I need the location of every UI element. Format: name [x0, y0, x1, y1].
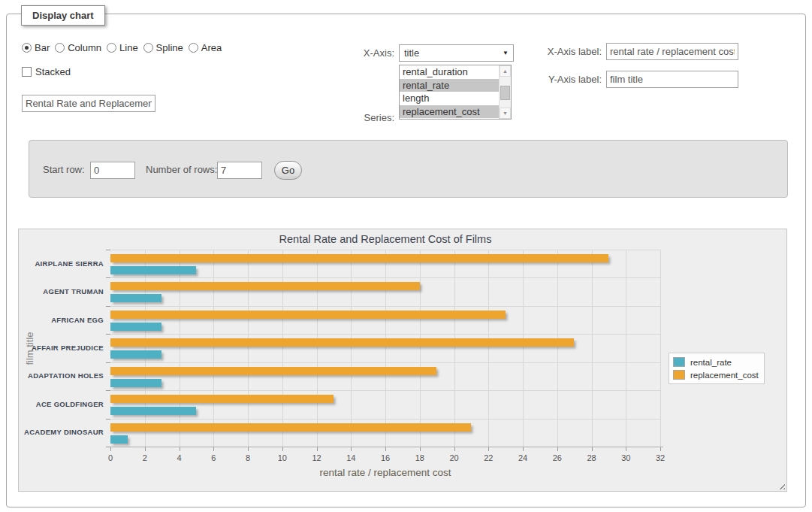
gridline-vertical — [248, 250, 249, 447]
x-tick-label: 2 — [130, 453, 160, 462]
x-axis-tick — [523, 447, 524, 451]
y-axis-tick — [106, 250, 110, 250]
radio-line[interactable]: Line — [107, 42, 138, 53]
y-axis-tick — [106, 390, 110, 391]
gridline-horizontal — [110, 362, 660, 363]
series-options: rental_durationrental_ratelengthreplacem… — [400, 65, 499, 119]
series-scrollbar[interactable]: ▲ ▼ — [499, 65, 511, 119]
x-tick-label: 24 — [508, 453, 538, 462]
x-axis-select[interactable]: title ▼ — [399, 44, 514, 62]
x-axis-tick — [660, 447, 661, 451]
x-tick-label: 10 — [267, 453, 297, 462]
series-select-label: Series: — [337, 112, 394, 123]
start-row-input[interactable] — [90, 162, 135, 179]
x-axis-selected-value: title — [404, 47, 503, 59]
scrollbar-track[interactable] — [500, 77, 511, 108]
x-tick-label: 8 — [233, 453, 263, 462]
chevron-down-icon: ▼ — [503, 50, 509, 56]
gridline-vertical — [420, 250, 421, 447]
y-axis-label-input[interactable] — [606, 71, 738, 88]
radio-icon[interactable] — [55, 43, 65, 53]
legend-label: replacement_cost — [690, 371, 759, 380]
radio-label: Bar — [35, 42, 50, 53]
y-axis-tick — [106, 362, 110, 363]
legend-swatch — [673, 357, 685, 367]
scrollbar-down-icon[interactable]: ▼ — [500, 108, 511, 119]
x-tick-label: 28 — [577, 453, 607, 462]
go-button[interactable]: Go — [274, 161, 302, 180]
radio-icon[interactable] — [107, 43, 116, 53]
gridline-horizontal — [110, 334, 660, 335]
x-axis-tick — [557, 447, 558, 451]
scrollbar-up-icon[interactable]: ▲ — [500, 65, 511, 77]
x-tick-label: 12 — [302, 453, 332, 462]
stacked-checkbox-row[interactable]: Stacked — [22, 66, 71, 77]
x-axis-tick — [592, 447, 593, 451]
gridline-vertical — [145, 250, 146, 447]
gridline-horizontal — [110, 250, 660, 250]
bar-replacement_cost — [110, 254, 608, 262]
radio-column[interactable]: Column — [55, 42, 101, 53]
radio-bar[interactable]: Bar — [22, 42, 50, 53]
stacked-checkbox[interactable] — [22, 67, 32, 77]
x-tick-label: 6 — [198, 453, 228, 462]
bar-rental_rate — [110, 350, 161, 359]
row-controls-panel: Start row: Number of rows: Go — [29, 140, 788, 198]
resize-handle-icon[interactable] — [777, 481, 785, 489]
x-axis-tick — [420, 447, 421, 451]
gridline-horizontal — [110, 306, 660, 307]
radio-icon[interactable] — [143, 43, 153, 53]
scrollbar-thumb[interactable] — [500, 86, 510, 99]
x-axis-label-input[interactable] — [606, 43, 738, 60]
chart-title: Rental Rate and Replacement Cost of Film… — [110, 233, 660, 245]
x-axis-tick — [454, 447, 455, 451]
bar-replacement_cost — [110, 423, 471, 432]
gridline-vertical — [592, 250, 593, 447]
radio-label: Line — [119, 42, 138, 53]
radio-spline[interactable]: Spline — [143, 42, 183, 53]
gridline-vertical — [282, 250, 283, 447]
x-axis-tick — [317, 447, 318, 451]
gridline-vertical — [557, 250, 558, 447]
x-axis-tick — [110, 447, 111, 451]
x-axis-tick — [385, 447, 386, 451]
gridline-horizontal — [110, 390, 660, 391]
x-axis-tick — [282, 447, 283, 451]
gridline-horizontal — [110, 419, 660, 420]
x-axis-tick — [626, 447, 626, 451]
series-option-rental_rate[interactable]: rental_rate — [400, 79, 499, 92]
radio-icon[interactable] — [189, 43, 198, 53]
gridline-vertical — [351, 250, 352, 447]
series-option-length[interactable]: length — [400, 92, 499, 105]
gridline-horizontal — [110, 277, 660, 278]
legend-item: replacement_cost — [673, 370, 759, 380]
gridline-vertical — [488, 250, 489, 447]
radio-icon[interactable] — [22, 43, 32, 53]
chart-title-input[interactable] — [22, 95, 155, 112]
x-axis-tick — [180, 447, 180, 451]
y-axis-tick — [106, 419, 110, 420]
gridline-vertical — [626, 250, 626, 447]
bar-replacement_cost — [110, 367, 436, 375]
gridline-vertical — [454, 250, 455, 447]
x-axis-tick — [248, 447, 249, 451]
number-of-rows-label: Number of rows: — [146, 164, 217, 175]
x-tick-label: 32 — [645, 453, 675, 462]
series-option-rental_duration[interactable]: rental_duration — [400, 65, 499, 79]
number-of-rows-input[interactable] — [217, 162, 262, 179]
chart-type-radio-group: BarColumnLineSplineArea — [22, 42, 222, 53]
stacked-label: Stacked — [35, 66, 71, 77]
radio-label: Spline — [156, 42, 183, 53]
series-option-replacement_cost[interactable]: replacement_cost — [400, 105, 499, 119]
display-chart-panel: BarColumnLineSplineArea Stacked X-Axis: … — [6, 14, 806, 507]
series-listbox[interactable]: rental_durationrental_ratelengthreplacem… — [399, 65, 512, 120]
bar-rental_rate — [110, 407, 196, 415]
bar-rental_rate — [110, 266, 196, 274]
x-tick-label: 30 — [611, 453, 641, 462]
x-axis-title: rental rate / replacement cost — [110, 467, 660, 478]
chart-container: Rental Rate and Replacement Cost of Film… — [18, 229, 787, 492]
x-axis-tick — [351, 447, 352, 451]
x-tick-label: 16 — [370, 453, 400, 462]
x-axis-tick — [145, 447, 146, 451]
radio-area[interactable]: Area — [189, 42, 222, 53]
